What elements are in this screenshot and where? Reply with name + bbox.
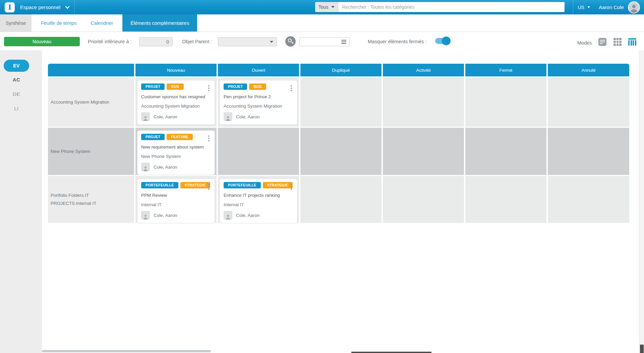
card-title: Pen project for Prince 2	[224, 94, 293, 99]
column-header-ouvert: Ouvert	[218, 64, 299, 76]
tab-bar: Synthèse Feuille de temps Calendrier Élé…	[0, 14, 644, 32]
vertical-scrollbar[interactable]	[639, 50, 644, 353]
hide-closed-toggle[interactable]	[435, 38, 451, 44]
priority-label: Priorité inférieure à :	[88, 39, 132, 44]
card-assignee: Cole, Aaron	[141, 112, 211, 121]
card-category-tag: BUG	[167, 83, 184, 90]
filter-input[interactable]	[299, 37, 350, 46]
parent-object-select[interactable]	[218, 37, 277, 46]
kanban-cell	[548, 128, 629, 175]
card-category-tag: BUG	[249, 83, 266, 90]
kanban-card[interactable]: PROJET BUG Customer sponsor has resigned…	[137, 80, 215, 125]
kanban-card[interactable]: PORTEFEUILLE STRATEGIC Enhance IT projec…	[220, 179, 297, 223]
search-bar: Tous	[315, 2, 565, 12]
tab-synthese[interactable]: Synthèse	[0, 14, 32, 32]
kebab-menu-icon[interactable]	[207, 183, 211, 190]
card-context: Accounting System Migration	[141, 104, 211, 109]
tab-elements-complementaires[interactable]: Éléments complémentaires	[122, 14, 197, 32]
sidebar-item-de[interactable]: DE	[0, 91, 33, 97]
kanban-cell	[383, 176, 464, 223]
assignee-name: Cole, Aaron	[154, 114, 177, 119]
mode-grid-button[interactable]	[613, 38, 622, 46]
kebab-menu-icon[interactable]	[289, 84, 293, 92]
search-scope-label: Tous	[318, 4, 329, 10]
user-menu[interactable]: Aaron Cole	[599, 1, 640, 13]
sidebar-item-ev[interactable]: EV	[4, 60, 29, 72]
parent-object-label: Objet Parent :	[182, 39, 212, 44]
column-header-empty	[48, 64, 134, 76]
assignee-name: Cole, Aaron	[236, 114, 260, 119]
search-icon	[288, 39, 292, 42]
kebab-menu-icon[interactable]	[207, 84, 211, 92]
locale-selector[interactable]: US	[578, 5, 590, 10]
tab-calendrier[interactable]: Calendrier	[86, 14, 118, 32]
column-header-annule: Annulé	[548, 64, 629, 76]
kanban-cell	[300, 77, 382, 127]
card-title: Enhance IT projects ranking	[224, 193, 293, 198]
page-horizontal-scrollbar-thumb[interactable]	[351, 352, 431, 353]
workspace-label: Espace personnel	[18, 4, 62, 10]
kanban-view-icon	[628, 38, 636, 40]
kanban-card[interactable]: PORTEFEUILLE STRATEGIC PPM Review Intern…	[137, 179, 215, 223]
sidebar-item-ac[interactable]: AC	[0, 77, 33, 82]
kanban-cell	[218, 128, 299, 175]
mode-kanban-button[interactable]	[628, 38, 636, 46]
column-header-activite: Activité	[383, 64, 464, 76]
kanban-cell: PORTEFEUILLE STRATEGIC Enhance IT projec…	[218, 176, 299, 223]
topbar-separator	[573, 0, 573, 14]
toolbar: Nouveau Priorité inférieure à : Objet Pa…	[0, 32, 644, 50]
vertical-scrollbar-thumb[interactable]	[640, 345, 644, 353]
app-logo[interactable]: I	[5, 2, 15, 12]
column-header-duplique: Dupliqué	[300, 64, 382, 76]
person-icon	[225, 115, 231, 121]
kanban-cell	[383, 128, 464, 175]
search-scope-select[interactable]: Tous	[315, 2, 338, 12]
horizontal-scrollbar-thumb[interactable]	[42, 350, 211, 352]
new-button[interactable]: Nouveau	[4, 37, 80, 46]
card-assignee: Cole, Aaron	[224, 112, 293, 121]
list-icon	[341, 40, 346, 44]
card-category-tag: STRATEGIC	[263, 182, 293, 188]
card-category-tag: STRATEGIC	[180, 182, 211, 188]
user-avatar[interactable]	[628, 1, 640, 13]
card-type-tag: PORTEFEUILLE	[141, 182, 178, 188]
kanban-cell	[465, 128, 546, 175]
column-header-nouveau: Nouveau	[135, 64, 217, 76]
sidebar-item-li[interactable]: LI	[0, 106, 33, 111]
card-context: Internal IT	[224, 202, 293, 207]
person-icon	[629, 3, 639, 13]
card-title: New requirement about system	[141, 144, 211, 150]
card-assignee: Cole, Aaron	[141, 211, 211, 220]
kanban-cell	[383, 77, 464, 127]
kanban-cell	[465, 176, 546, 223]
kanban-cell	[300, 176, 382, 223]
kanban-card[interactable]: PROJET FEATURE New requirement about sys…	[137, 130, 215, 175]
assignee-name: Cole, Aaron	[154, 213, 177, 218]
kanban-cell: PORTEFEUILLE STRATEGIC PPM Review Intern…	[135, 176, 217, 223]
topbar-right: US Aaron Cole	[573, 0, 640, 14]
kanban-cell: PROJET BUG Pen project for Prince 2 Acco…	[218, 77, 299, 127]
assignee-name: Cole, Aaron	[236, 213, 260, 218]
avatar	[141, 112, 150, 121]
chevron-down-icon	[65, 5, 70, 10]
person-icon	[142, 165, 149, 171]
topbar: I Espace personnel Tous US Aaron Cole	[0, 0, 644, 14]
search-input[interactable]	[338, 2, 565, 12]
kanban-card[interactable]: PROJET BUG Pen project for Prince 2 Acco…	[220, 80, 297, 125]
workspace-selector[interactable]: Espace personnel	[18, 4, 70, 10]
kebab-menu-icon[interactable]	[207, 135, 211, 142]
avatar	[141, 163, 150, 171]
kanban-cell	[300, 128, 382, 175]
modes-label: Modes	[577, 40, 592, 46]
sidebar: EV AC DE LI	[0, 50, 42, 353]
mode-detail-button[interactable]	[598, 38, 606, 46]
topbar-separator	[74, 0, 75, 14]
card-title: PPM Review	[141, 193, 211, 198]
search-button[interactable]	[285, 36, 296, 47]
avatar	[224, 211, 232, 220]
person-icon	[142, 115, 149, 121]
kebab-menu-icon[interactable]	[289, 183, 293, 190]
priority-input[interactable]	[139, 37, 173, 46]
card-type-tag: PROJET	[141, 134, 165, 140]
tab-feuille-de-temps[interactable]: Feuille de temps	[36, 14, 81, 32]
